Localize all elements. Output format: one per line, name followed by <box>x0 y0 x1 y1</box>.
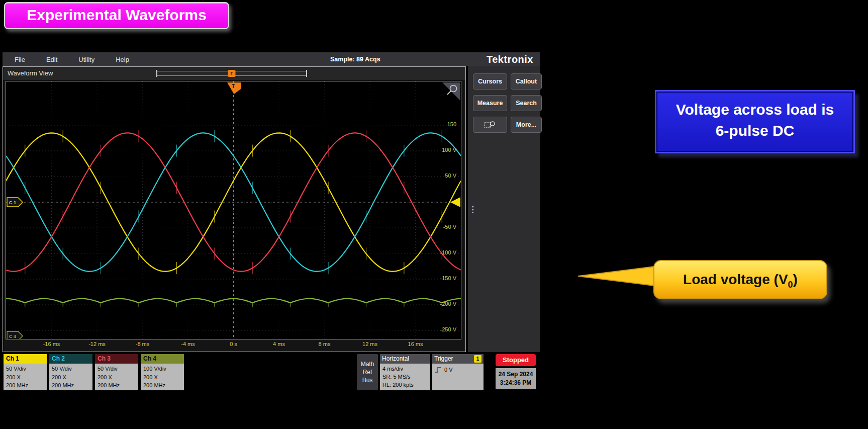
ch4-bandwidth: 200 MHz <box>143 381 184 390</box>
svg-text:C 1: C 1 <box>9 200 16 205</box>
ref-label: Ref <box>363 369 372 376</box>
ch3-scale: 50 V/div <box>98 365 138 373</box>
ch4-scale: 100 V/div <box>143 365 184 373</box>
ch1-scale: 50 V/div <box>6 365 47 373</box>
callout-subscript: 0 <box>788 280 793 290</box>
ch4-attenuation: 200 X <box>143 373 184 382</box>
annotation-load-voltage-callout: Load voltage (V0) <box>653 260 827 299</box>
t-axis-label: 4 ms <box>273 341 285 347</box>
bus-label: Bus <box>362 377 373 384</box>
date-text: 24 Sep 2024 <box>496 370 536 379</box>
rising-edge-icon <box>435 366 442 373</box>
v-axis-label: 150 <box>447 121 456 127</box>
callout-text: Load voltage (V <box>683 272 788 287</box>
waveform-view-header: Waveform View T <box>3 67 465 80</box>
slide-canvas: Experimental Waveforms File Edit Utility… <box>0 0 868 429</box>
v-axis-label: 100 V <box>442 147 456 153</box>
oscilloscope-window: File Edit Utility Help Sample: 89 Acqs T… <box>3 52 540 393</box>
menu-help[interactable]: Help <box>116 56 129 63</box>
horizontal-pan-bar[interactable]: T <box>156 71 307 76</box>
v-axis-label: -150 V <box>440 275 456 281</box>
ch2-label: Ch 2 <box>49 354 92 364</box>
horizontal-sample-rate: SR: 5 MS/s <box>382 373 430 381</box>
measure-button[interactable]: Measure <box>473 95 507 111</box>
channel-badge-ch4[interactable]: Ch 4 100 V/div 200 X 200 MHz <box>141 354 184 390</box>
channel-badge-ch3[interactable]: Ch 3 50 V/div 200 X 200 MHz <box>95 354 138 390</box>
ch4-label: Ch 4 <box>141 354 184 364</box>
horizontal-title: Horizontal <box>380 354 430 364</box>
ch3-attenuation: 200 X <box>98 373 138 382</box>
v-axis-label: 50 V <box>445 173 456 179</box>
trigger-position-indicator[interactable]: T <box>228 70 236 77</box>
callout-button[interactable]: Callout <box>511 73 542 90</box>
math-label: Math <box>361 361 374 368</box>
waveform-panel: Waveform View T <box>3 66 466 352</box>
v-axis-label: -50 V <box>443 224 456 230</box>
ch1-attenuation: 200 X <box>6 373 47 382</box>
svg-text:C 4: C 4 <box>9 334 16 339</box>
waveform-view-label: Waveform View <box>8 69 53 77</box>
horizontal-scale: 4 ms/div <box>382 365 430 373</box>
tektronix-logo: Tektronix <box>487 54 533 65</box>
waveform-plot: T C 1 C 4 <box>6 81 461 339</box>
trigger-position-flag[interactable]: T <box>227 82 241 94</box>
menu-edit[interactable]: Edit <box>46 56 57 63</box>
ch2-scale: 50 V/div <box>52 365 92 373</box>
ch1-bandwidth: 200 MHz <box>6 381 47 390</box>
graticule: T C 1 C 4 <box>6 81 461 339</box>
acquisition-count: Sample: 89 Acqs <box>330 56 380 63</box>
ch3-bandwidth: 200 MHz <box>98 381 138 390</box>
ch1-label: Ch 1 <box>4 354 47 364</box>
channel-badge-ch1[interactable]: Ch 1 50 V/div 200 X 200 MHz <box>4 354 47 390</box>
annotation-voltage-note: Voltage across load is 6-pulse DC <box>655 90 855 153</box>
more-button[interactable]: More... <box>511 117 542 133</box>
svg-text:T: T <box>232 83 235 89</box>
search-button[interactable]: Search <box>511 95 542 111</box>
ch4-ground-marker[interactable]: C 4 <box>7 331 23 339</box>
trigger-source-badge: 1 <box>474 355 481 363</box>
t-axis-label: -8 ms <box>136 341 150 347</box>
t-axis-label: -4 ms <box>181 341 195 347</box>
t-axis-label: -16 ms <box>43 341 60 347</box>
run-status-badge[interactable]: Stopped <box>496 354 536 366</box>
ch2-attenuation: 200 X <box>52 373 92 382</box>
zoom-corner-icon[interactable] <box>442 82 460 101</box>
annotation-line2: 6-pulse DC <box>656 120 853 141</box>
channel-badge-ch2[interactable]: Ch 2 50 V/div 200 X 200 MHz <box>49 354 92 390</box>
math-ref-bus-button[interactable]: Math Ref Bus <box>357 354 378 390</box>
ch2-bandwidth: 200 MHz <box>52 381 92 390</box>
t-axis-label: 0 s <box>230 341 237 347</box>
zoom-select-button[interactable] <box>473 117 507 133</box>
time-axis: -16 ms -12 ms -8 ms -4 ms 0 s 4 ms 8 ms … <box>6 339 461 350</box>
t-axis-label: -12 ms <box>88 341 106 347</box>
menu-utility[interactable]: Utility <box>78 56 94 63</box>
scope-bottom-bar: Ch 1 50 V/div 200 X 200 MHz Ch 2 50 V/di… <box>3 352 540 393</box>
scope-menubar: File Edit Utility Help Sample: 89 Acqs T… <box>3 52 540 66</box>
t-axis-label: 16 ms <box>408 341 423 347</box>
ch3-label: Ch 3 <box>95 354 138 364</box>
scope-right-panel: ⋮ Cursors Callout Measure Search More... <box>468 66 540 352</box>
slide-title-text: Experimental Waveforms <box>27 7 206 23</box>
horizontal-record-length: RL: 200 kpts <box>382 381 430 389</box>
time-text: 3:24:36 PM <box>496 379 536 387</box>
v-axis-label: -100 V <box>440 249 456 255</box>
horizontal-badge[interactable]: Horizontal 4 ms/div SR: 5 MS/s RL: 200 k… <box>380 354 430 390</box>
annotation-line1: Voltage across load is <box>656 99 853 120</box>
datetime-display: 24 Sep 2024 3:24:36 PM <box>496 368 536 389</box>
v-axis-label: -200 V <box>440 301 456 307</box>
trigger-title: Trigger <box>434 354 453 364</box>
trigger-badge[interactable]: Trigger 1 0 V <box>432 354 484 390</box>
v-axis-label: -250 V <box>440 326 456 332</box>
zoom-select-icon <box>484 120 496 129</box>
slide-title: Experimental Waveforms <box>4 2 229 29</box>
menu-file[interactable]: File <box>15 56 25 63</box>
ch1-ground-marker[interactable]: C 1 <box>7 198 23 207</box>
t-axis-label: 8 ms <box>319 341 331 347</box>
t-axis-label: 12 ms <box>362 341 377 347</box>
panel-splitter-handle[interactable]: ⋮ <box>468 204 477 215</box>
trigger-level: 0 V <box>444 366 453 374</box>
callout-close: ) <box>793 272 798 287</box>
cursors-button[interactable]: Cursors <box>473 73 507 90</box>
